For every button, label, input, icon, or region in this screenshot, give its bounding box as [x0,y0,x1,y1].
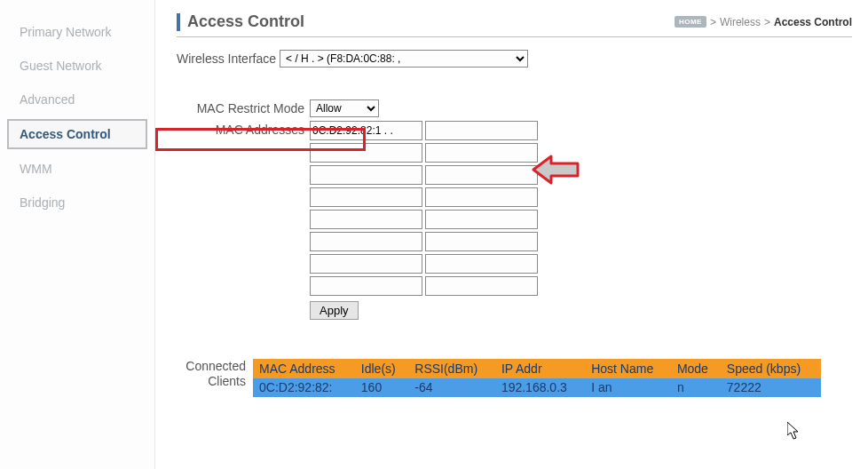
annotation-arrow-icon [532,155,580,185]
col-rssi: RSSI(dBm) [409,360,496,378]
mac-input-7[interactable] [425,187,538,207]
cell-host: I an [586,378,672,397]
mac-input-10[interactable] [310,232,422,251]
mac-input-3[interactable] [425,143,538,163]
cell-mode: n [671,378,721,397]
mac-input-4[interactable] [310,165,422,185]
main-content: Access Control HOME > Wireless > Access … [155,0,868,469]
mac-input-9[interactable] [425,210,538,229]
sidebar: Primary Network Guest Network Advanced A… [0,0,155,469]
svg-marker-1 [787,422,798,439]
cell-rssi: -64 [409,378,496,397]
label-connected-clients: Connected Clients [177,359,253,389]
sidebar-item-bridging[interactable]: Bridging [7,188,147,217]
cell-mac: 0C:D2:92:82: [254,378,356,397]
mac-input-5[interactable] [425,165,538,185]
clients-header-row: MAC Address Idle(s) RSSI(dBm) IP Addr Ho… [254,360,821,378]
label-connected-line1: Connected [185,359,246,373]
breadcrumb: HOME > Wireless > Access Control [675,16,852,28]
mac-input-13[interactable] [425,254,538,274]
mouse-cursor-icon [787,422,801,440]
mac-input-12[interactable] [310,254,422,274]
page-title: Access Control [177,12,304,31]
sidebar-item-wmm[interactable]: WMM [7,155,147,183]
mac-input-1[interactable] [425,121,538,140]
table-row[interactable]: 0C:D2:92:82: 160 -64 192.168.0.3 I an n … [254,378,821,397]
col-mode: Mode [671,360,721,378]
page-title-text: Access Control [187,12,304,31]
crumb-home-badge[interactable]: HOME [675,16,706,28]
col-mac: MAC Address [254,360,356,378]
mac-input-15[interactable] [425,276,538,296]
crumb-sep: > [764,16,770,28]
mac-input-2[interactable] [310,143,422,163]
mac-address-grid [310,121,538,296]
row-wireless-interface: Wireless Interface < / H . > (F8:DA:0C:8… [177,50,852,68]
mac-input-14[interactable] [310,276,422,296]
mac-input-6[interactable] [310,187,422,207]
cell-ip: 192.168.0.3 [495,378,585,397]
col-host: Host Name [586,360,672,378]
title-accent-bar [177,13,180,31]
row-mac-addresses: MAC Addresses [177,121,852,320]
label-connected-line2: Clients [208,374,246,388]
page-header: Access Control HOME > Wireless > Access … [177,12,852,37]
crumb-sep: > [710,16,716,28]
label-mac-addresses: MAC Addresses [177,121,310,137]
sidebar-item-primary-network[interactable]: Primary Network [7,18,147,46]
mac-input-0[interactable] [310,121,422,140]
col-speed: Speed (kbps) [721,360,820,378]
row-mac-restrict: MAC Restrict Mode Allow [177,99,852,117]
crumb-current: Access Control [774,16,852,28]
select-mac-restrict-mode[interactable]: Allow [310,99,379,117]
sidebar-item-guest-network[interactable]: Guest Network [7,52,147,80]
apply-button[interactable]: Apply [310,301,359,320]
crumb-wireless[interactable]: Wireless [720,16,761,28]
mac-input-8[interactable] [310,210,422,229]
mac-addresses-col: Apply [310,121,538,320]
cell-idle: 160 [355,378,408,397]
label-wireless-interface: Wireless Interface [177,50,280,66]
col-idle: Idle(s) [355,360,408,378]
mac-input-11[interactable] [425,232,538,251]
connected-clients-table: MAC Address Idle(s) RSSI(dBm) IP Addr Ho… [253,359,821,397]
connected-clients-section: Connected Clients MAC Address Idle(s) RS… [177,359,852,397]
label-mac-restrict: MAC Restrict Mode [177,99,310,115]
col-ip: IP Addr [495,360,585,378]
svg-marker-0 [533,156,578,183]
cell-speed: 72222 [721,378,820,397]
sidebar-item-access-control[interactable]: Access Control [7,119,147,149]
select-wireless-interface[interactable]: < / H . > (F8:DA:0C:88: , [280,50,528,68]
sidebar-item-advanced[interactable]: Advanced [7,85,147,114]
